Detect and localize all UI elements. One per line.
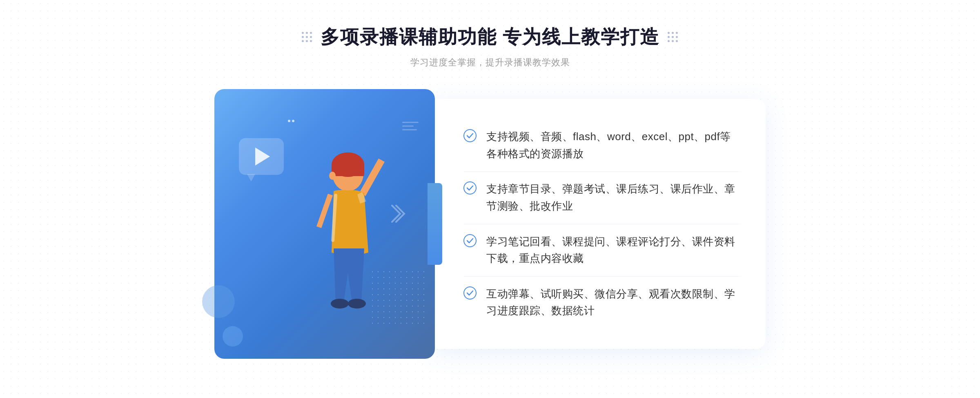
feature-item-4: 互动弹幕、试听购买、微信分享、观看次数限制、学习进度跟踪、数据统计	[463, 277, 741, 329]
main-title: 多项录播课辅助功能 专为线上教学打造	[321, 25, 660, 50]
header-section: 多项录播课辅助功能 专为线上教学打造 学习进度全掌握，提升录播课教学效果	[302, 25, 679, 69]
title-right-decoration	[668, 32, 678, 42]
features-card: 支持视频、音频、flash、word、excel、ppt、pdf等各种格式的资源…	[431, 99, 766, 349]
page-container: 多项录播课辅助功能 专为线上教学打造 学习进度全掌握，提升录播课教学效果 »	[0, 0, 980, 398]
svg-point-5	[329, 172, 336, 180]
illus-chevron-decoration	[390, 203, 406, 226]
check-icon-3	[463, 234, 477, 247]
check-icon-1	[463, 129, 477, 142]
lines-decoration	[402, 122, 419, 130]
svg-point-7	[464, 182, 476, 194]
feature-item-2: 支持章节目录、弹题考试、课后练习、课后作业、章节测验、批改作业	[463, 172, 741, 224]
sub-title: 学习进度全掌握，提升录播课教学效果	[302, 56, 679, 69]
feature-text-2: 支持章节目录、弹题考试、课后练习、课后作业、章节测验、批改作业	[486, 181, 741, 215]
title-left-decoration	[302, 32, 312, 42]
play-triangle-icon	[255, 148, 270, 165]
check-icon-4	[463, 286, 477, 300]
illustration-area	[214, 89, 435, 359]
feature-item-3: 学习笔记回看、课程提问、课程评论打分、课件资料下载，重点内容收藏	[463, 224, 741, 277]
person-illustration	[272, 146, 403, 359]
chevron-icon: »	[216, 216, 224, 232]
sparkle-decoration	[288, 120, 294, 122]
svg-point-4	[348, 299, 366, 309]
content-section: »	[204, 89, 776, 359]
svg-point-3	[331, 299, 349, 309]
check-icon-2	[463, 181, 477, 195]
feature-item-1: 支持视频、音频、flash、word、excel、ppt、pdf等各种格式的资源…	[463, 119, 741, 172]
title-wrapper: 多项录播课辅助功能 专为线上教学打造	[302, 25, 679, 50]
circle-decoration-1	[202, 285, 235, 318]
svg-rect-2	[332, 165, 364, 176]
feature-text-1: 支持视频、音频、flash、word、excel、ppt、pdf等各种格式的资源…	[486, 128, 741, 162]
svg-point-8	[464, 235, 476, 247]
left-chevrons-decoration: »	[216, 216, 224, 232]
svg-point-6	[464, 130, 476, 142]
feature-text-4: 互动弹幕、试听购买、微信分享、观看次数限制、学习进度跟踪、数据统计	[486, 286, 741, 320]
circle-decoration-2	[223, 326, 243, 347]
svg-point-9	[464, 287, 476, 299]
feature-text-3: 学习笔记回看、课程提问、课程评论打分、课件资料下载，重点内容收藏	[486, 233, 741, 267]
